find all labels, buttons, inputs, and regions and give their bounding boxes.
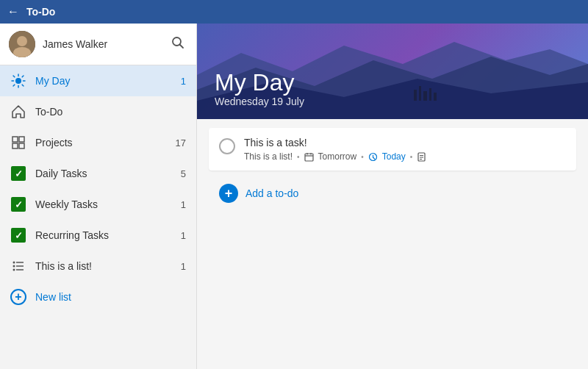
- svg-point-1: [17, 36, 27, 46]
- svg-rect-27: [414, 90, 417, 101]
- new-list-button[interactable]: + New list: [0, 282, 196, 312]
- svg-rect-14: [12, 137, 18, 142]
- title-bar: ← To-Do: [0, 0, 588, 24]
- sidebar-item-weekly-tasks[interactable]: ✓ Weekly Tasks 1: [0, 189, 196, 220]
- this-is-a-list-label: This is a list!: [35, 260, 181, 272]
- daily-tasks-label: Daily Tasks: [35, 168, 181, 179]
- svg-line-11: [22, 85, 24, 86]
- task-reminder-text: Today: [382, 151, 406, 162]
- recurring-tasks-icon: ✓: [10, 227, 26, 243]
- sidebar-item-to-do[interactable]: To-Do: [0, 96, 196, 127]
- svg-point-19: [13, 265, 15, 268]
- svg-rect-17: [19, 143, 24, 148]
- app-title: To-Do: [26, 6, 55, 18]
- task-note-icon: [417, 152, 426, 162]
- hero-subtitle: Wednesday 19 July: [215, 96, 304, 107]
- this-is-a-list-count: 1: [181, 261, 186, 272]
- content-area: My Day Wednesday 19 July This is a task!…: [197, 24, 588, 369]
- task-item: This is a task! This is a list! •: [209, 128, 576, 171]
- meta-dot-2: •: [361, 153, 364, 161]
- svg-line-10: [13, 76, 15, 77]
- svg-point-20: [13, 269, 15, 271]
- svg-line-38: [373, 157, 374, 159]
- avatar: [9, 31, 35, 57]
- svg-line-12: [22, 76, 24, 77]
- task-content: This is a task! This is a list! •: [244, 137, 566, 162]
- meta-dot-3: •: [410, 153, 413, 161]
- recurring-tasks-label: Recurring Tasks: [35, 229, 181, 241]
- svg-line-4: [180, 45, 184, 49]
- svg-rect-31: [434, 93, 437, 101]
- hero-banner: My Day Wednesday 19 July: [197, 24, 588, 119]
- to-do-label: To-Do: [35, 106, 186, 118]
- add-todo-label: Add a to-do: [245, 187, 298, 199]
- task-list: This is a task! This is a list! •: [197, 119, 588, 369]
- sidebar-item-my-day[interactable]: My Day 1: [0, 65, 196, 96]
- svg-rect-29: [423, 91, 427, 101]
- task-complete-button[interactable]: [219, 138, 235, 154]
- my-day-count: 1: [181, 76, 186, 87]
- weekly-tasks-label: Weekly Tasks: [35, 198, 181, 210]
- meta-dot-1: •: [297, 153, 300, 161]
- search-icon: [171, 36, 184, 49]
- svg-point-5: [15, 78, 21, 84]
- hero-text: My Day Wednesday 19 July: [215, 70, 304, 107]
- svg-rect-16: [12, 143, 18, 148]
- search-button[interactable]: [168, 33, 187, 55]
- daily-tasks-icon: ✓: [10, 165, 26, 182]
- svg-rect-15: [19, 137, 24, 142]
- task-list-name: This is a list!: [244, 151, 293, 162]
- task-due-icon: [304, 152, 314, 162]
- projects-count: 17: [176, 137, 186, 148]
- my-day-label: My Day: [35, 75, 181, 87]
- task-reminder-icon: [368, 152, 378, 162]
- user-name: James Walker: [43, 38, 168, 50]
- back-button[interactable]: ←: [7, 5, 19, 18]
- sidebar: James Walker: [0, 24, 197, 369]
- weekly-tasks-count: 1: [181, 199, 186, 210]
- task-due-text: Tomorrow: [318, 151, 357, 162]
- hero-title: My Day: [215, 70, 304, 96]
- weekly-tasks-icon: ✓: [10, 196, 26, 212]
- svg-rect-32: [305, 154, 313, 161]
- daily-tasks-count: 5: [181, 168, 186, 179]
- house-icon: [10, 104, 26, 120]
- avatar-svg: [9, 31, 35, 57]
- new-list-plus-icon: +: [10, 289, 26, 305]
- svg-point-18: [13, 262, 15, 264]
- sidebar-item-recurring-tasks[interactable]: ✓ Recurring Tasks 1: [0, 220, 196, 251]
- recurring-tasks-count: 1: [181, 230, 186, 241]
- add-todo-plus-icon: +: [219, 184, 238, 203]
- main-container: James Walker: [0, 24, 588, 369]
- new-list-label: New list: [35, 291, 71, 303]
- sidebar-item-this-is-a-list[interactable]: This is a list! 1: [0, 251, 196, 282]
- sidebar-item-projects[interactable]: Projects 17: [0, 127, 196, 158]
- list-icon: [10, 258, 26, 274]
- sun-icon: [10, 73, 26, 89]
- task-meta: This is a list! • Tomorrow •: [244, 151, 566, 162]
- projects-icon: [10, 135, 26, 151]
- svg-rect-30: [429, 88, 431, 101]
- svg-line-13: [13, 85, 15, 86]
- avatar-face: [9, 31, 35, 57]
- projects-label: Projects: [35, 137, 176, 148]
- task-title: This is a task!: [244, 137, 566, 148]
- svg-rect-28: [419, 86, 421, 101]
- sidebar-header: James Walker: [0, 24, 196, 65]
- sidebar-item-daily-tasks[interactable]: ✓ Daily Tasks 5: [0, 158, 196, 189]
- add-todo-button[interactable]: + Add a to-do: [209, 176, 576, 210]
